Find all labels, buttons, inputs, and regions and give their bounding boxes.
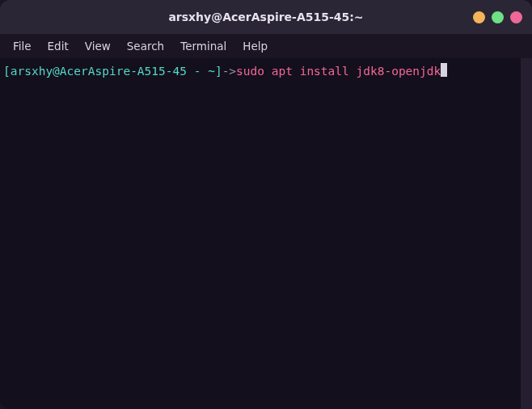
window-title: arsxhy@AcerAspire-A515-45:~ [0, 11, 532, 23]
prompt-separator: -> [222, 65, 236, 78]
menu-terminal[interactable]: Terminal [172, 36, 234, 56]
menu-help[interactable]: Help [234, 36, 276, 56]
command-text: sudo apt install jdk8-openjdk [236, 65, 441, 78]
close-button[interactable] [510, 11, 522, 23]
menu-view[interactable]: View [77, 36, 119, 56]
menu-search[interactable]: Search [119, 36, 172, 56]
menu-file[interactable]: File [5, 36, 40, 56]
prompt-user-host: [arsxhy@AcerAspire-A515-45 - ~] [3, 65, 222, 78]
titlebar: arsxhy@AcerAspire-A515-45:~ [0, 0, 532, 34]
terminal-viewport[interactable]: [arsxhy@AcerAspire-A515-45 - ~]->sudo ap… [0, 58, 532, 409]
terminal-window: arsxhy@AcerAspire-A515-45:~ File Edit Vi… [0, 0, 532, 409]
minimize-button[interactable] [473, 11, 485, 23]
scrollbar-thumb[interactable] [522, 58, 530, 409]
scrollbar-vertical[interactable] [521, 58, 532, 409]
menu-bar: File Edit View Search Terminal Help [0, 34, 532, 58]
menu-edit[interactable]: Edit [40, 36, 77, 56]
maximize-button[interactable] [492, 11, 504, 23]
window-controls [473, 0, 522, 34]
text-cursor [441, 63, 447, 77]
